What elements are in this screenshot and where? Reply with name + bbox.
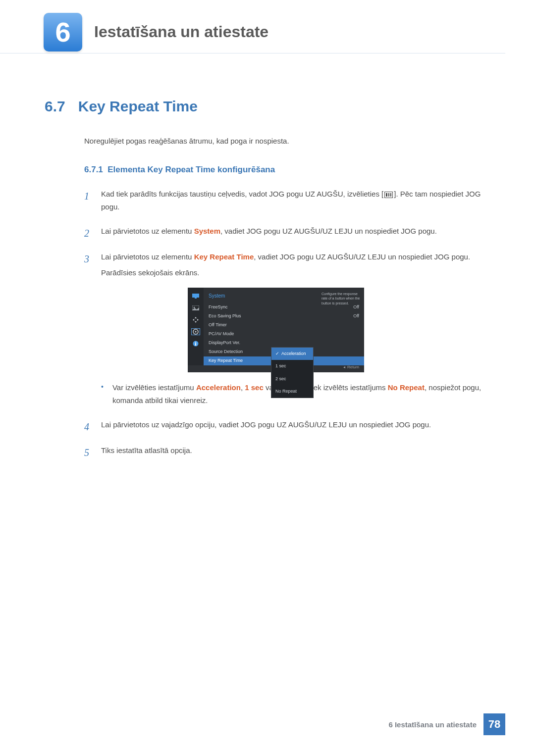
svg-rect-0 xyxy=(192,294,199,298)
step-text: Lai pārvietotos uz elementu xyxy=(101,227,194,235)
monitor-icon xyxy=(191,293,200,300)
section-heading: 6.7 Key Repeat Time xyxy=(45,98,490,115)
osd-row-ecosaving: Eco Saving PlusOff xyxy=(204,312,364,321)
osd-return-label: Return xyxy=(347,364,359,371)
dropdown-item-1sec: 1 sec xyxy=(271,360,313,372)
step-text: Kad tiek parādīts funkcijas taustiņu ceļ… xyxy=(101,190,383,198)
step-number: 5 xyxy=(84,444,92,461)
step-text: Parādīsies sekojošais ekrāns. xyxy=(101,266,490,279)
step-text: Lai pārvietotos uz vajadzīgo opciju, vad… xyxy=(101,418,490,431)
step-4: 4 Lai pārvietotos uz vajadzīgo opciju, v… xyxy=(84,418,490,435)
osd-panel: Configure the response rate of a button … xyxy=(188,288,364,372)
footer-chapter-label: 6 Iestatīšana un atiestate xyxy=(388,720,477,729)
subsection-title: Elementa Key Repeat Time konfigurēšana xyxy=(107,165,275,174)
subsection-number: 6.7.1 xyxy=(84,165,103,174)
page-footer: 6 Iestatīšana un atiestate 78 xyxy=(388,713,505,735)
step-3: 3 Lai pārvietotos uz elementu Key Repeat… xyxy=(84,251,490,409)
arrows-icon xyxy=(191,316,200,323)
return-arrow-icon: ◂ xyxy=(343,364,345,371)
svg-rect-8 xyxy=(195,342,196,343)
step-body: Tiks iestatīta atlasītā opcija. xyxy=(101,444,490,461)
step-text: , vadiet JOG pogu UZ AUGŠU/UZ LEJU un no… xyxy=(220,227,437,235)
highlight-keyrepeat: Key Repeat Time xyxy=(194,252,254,261)
step-5: 5 Tiks iestatīta atlasītā opcija. xyxy=(84,444,490,461)
section-number: 6.7 xyxy=(45,98,65,115)
step-number: 2 xyxy=(84,225,92,242)
osd-sidebar xyxy=(188,288,204,365)
step-number: 1 xyxy=(84,188,92,216)
osd-footer: ◂Return xyxy=(343,364,359,371)
step-body: Kad tiek parādīts funkcijas taustiņu ceļ… xyxy=(101,188,490,216)
check-icon: ✓ xyxy=(275,350,279,357)
osd-dropdown: ✓Acceleration 1 sec 2 sec No Repeat xyxy=(271,347,314,398)
chapter-title: Iestatīšana un atiestate xyxy=(94,23,268,41)
dropdown-item-acceleration: ✓Acceleration xyxy=(271,348,313,360)
svg-point-5 xyxy=(195,331,197,333)
step-body: Lai pārvietotos uz elementu System, vadi… xyxy=(101,225,490,242)
page-content: 6.7 Key Repeat Time Noregulējiet pogas r… xyxy=(0,53,535,461)
picture-icon xyxy=(191,304,200,311)
section-intro: Noregulējiet pogas reaģēšanas ātrumu, ka… xyxy=(84,137,490,145)
dropdown-item-norepeat: No Repeat xyxy=(271,385,313,398)
osd-row-dp: DisplayPort Ver. xyxy=(204,339,364,348)
highlight-system: System xyxy=(194,227,220,235)
page-number: 78 xyxy=(483,713,505,735)
step-text: Lai pārvietotos uz elementu xyxy=(101,252,194,261)
step-body: Lai pārvietotos uz vajadzīgo opciju, vad… xyxy=(101,418,490,435)
svg-rect-7 xyxy=(195,343,196,346)
step-text: Tiks iestatīta atlasītā opcija. xyxy=(101,444,490,457)
info-icon xyxy=(191,340,200,347)
dropdown-item-2sec: 2 sec xyxy=(271,373,313,385)
chapter-number-badge: 6 xyxy=(44,13,82,51)
gear-icon xyxy=(191,328,200,335)
osd-screenshot: Configure the response rate of a button … xyxy=(61,288,490,372)
osd-row-pcav: PC/AV Mode xyxy=(204,330,364,339)
subsection-heading: 6.7.1 Elementa Key Repeat Time konfigurē… xyxy=(84,165,490,175)
osd-row-freesync: FreeSyncOff xyxy=(204,303,364,312)
menu-icon xyxy=(384,192,393,198)
steps-list: 1 Kad tiek parādīts funkcijas taustiņu c… xyxy=(84,188,490,461)
bullet-icon: • xyxy=(101,381,104,409)
step-2: 2 Lai pārvietotos uz elementu System, va… xyxy=(84,225,490,242)
step-body: Lai pārvietotos uz elementu Key Repeat T… xyxy=(101,251,490,409)
step-text: , vadiet JOG pogu UZ AUGŠU/UZ LEJU un no… xyxy=(254,252,470,261)
highlight-1sec: 1 sec xyxy=(245,383,264,392)
highlight-norepeat: No Repeat xyxy=(388,383,425,392)
step-1: 1 Kad tiek parādīts funkcijas taustiņu c… xyxy=(84,188,490,216)
page-header: 6 Iestatīšana un atiestate xyxy=(0,0,505,53)
highlight-acceleration: Acceleration xyxy=(196,383,241,392)
svg-rect-1 xyxy=(195,298,197,299)
step-number: 4 xyxy=(84,418,92,435)
section-title: Key Repeat Time xyxy=(78,98,198,115)
osd-row-offtimer: Off Timer xyxy=(204,321,364,330)
